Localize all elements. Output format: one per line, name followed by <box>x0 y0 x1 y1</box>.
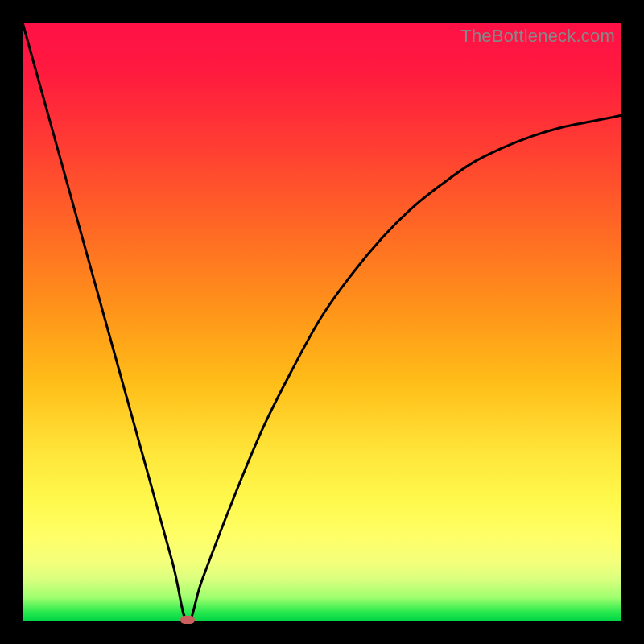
optimum-marker <box>180 616 195 624</box>
plot-area: TheBottleneck.com <box>23 23 621 621</box>
chart-frame: TheBottleneck.com <box>0 0 644 644</box>
bottleneck-curve <box>23 23 621 621</box>
